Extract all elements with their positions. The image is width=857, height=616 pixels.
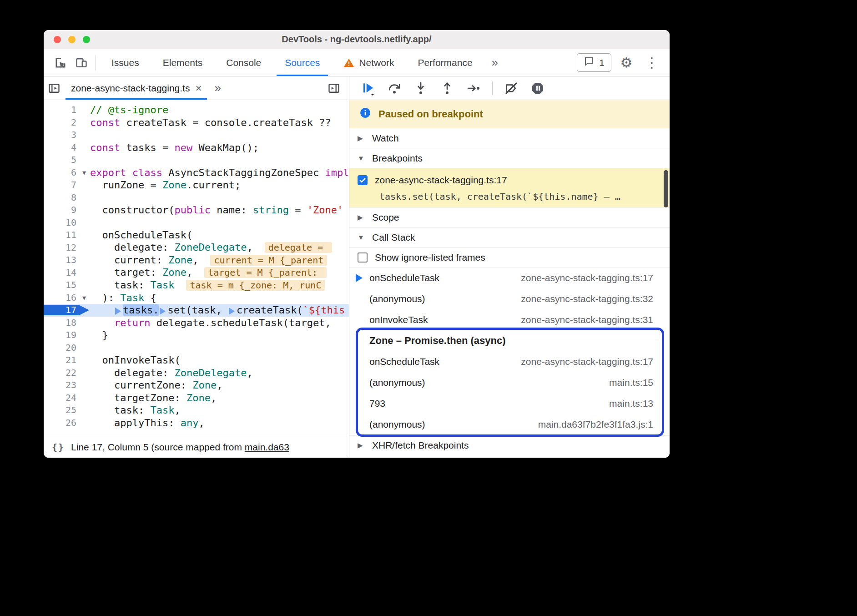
code-text[interactable]: return delegate.scheduleTask(target, — [90, 317, 349, 329]
more-panels-button[interactable]: » — [484, 56, 505, 70]
fold-arrow-icon[interactable]: ▾ — [78, 167, 90, 179]
breakpoint-checkbox[interactable] — [358, 175, 368, 185]
line-number[interactable]: 9 — [44, 204, 78, 217]
code-text[interactable]: const createTask = console.createTask ?? — [90, 116, 349, 129]
line-number[interactable]: 16 — [44, 292, 78, 304]
code-editor[interactable]: 1// @ts-ignore2const createTask = consol… — [44, 100, 349, 436]
pretty-print-icon[interactable]: {} — [52, 442, 65, 453]
console-messages-button[interactable]: 1 — [577, 53, 611, 72]
section-scope[interactable]: ▶ Scope — [349, 207, 670, 227]
line-number[interactable]: 13 — [44, 254, 78, 267]
code-text[interactable]: tasks.set(task, createTask(`${this — [90, 304, 349, 317]
call-stack-frame[interactable]: onScheduleTaskzone-async-stack-tagging.t… — [349, 268, 670, 288]
call-stack-frame[interactable]: (anonymous)main.da63f7b2fe3f1fa3.js:1 — [349, 414, 670, 435]
line-number[interactable]: 20 — [44, 342, 78, 354]
code-text[interactable]: target: Zone,target = M {_parent: — [90, 266, 349, 279]
code-text[interactable]: task: Tasktask = m {_zone: M, runC — [90, 279, 349, 292]
settings-gear-icon[interactable]: ⚙ — [616, 52, 637, 73]
line-number[interactable]: 26 — [44, 417, 78, 429]
code-text[interactable]: currentZone: Zone, — [90, 379, 349, 392]
code-token: Task — [120, 292, 144, 303]
line-number[interactable]: 2 — [44, 116, 78, 129]
line-number[interactable]: 22 — [44, 367, 78, 379]
code-text[interactable]: task: Task, — [90, 404, 349, 417]
resume-button[interactable] — [360, 81, 376, 96]
line-number[interactable]: 4 — [44, 141, 78, 154]
line-number[interactable]: 8 — [44, 192, 78, 204]
code-text[interactable]: constructor(public name: string = 'Zone' — [90, 204, 349, 217]
call-stack-frame[interactable]: onScheduleTaskzone-async-stack-tagging.t… — [349, 351, 670, 372]
tab-sources[interactable]: Sources — [273, 49, 332, 76]
line-number[interactable]: 7 — [44, 179, 78, 192]
line-number[interactable]: 18 — [44, 317, 78, 329]
line-number[interactable]: 23 — [44, 379, 78, 392]
tab-performance[interactable]: Performance — [406, 49, 484, 76]
code-text[interactable]: delegate: ZoneDelegate,delegate = — [90, 241, 349, 254]
file-tab[interactable]: zone-async-stack-tagging.ts × — [65, 76, 208, 100]
tab-network[interactable]: Network — [332, 49, 406, 76]
deactivate-breakpoints-button[interactable] — [504, 81, 519, 96]
line-number[interactable]: 21 — [44, 354, 78, 367]
pause-on-exceptions-button[interactable] — [530, 81, 545, 96]
line-number[interactable]: 14 — [44, 267, 78, 279]
show-navigator-icon[interactable] — [44, 78, 65, 99]
device-toolbar-icon[interactable] — [71, 52, 92, 73]
toggle-debugger-pane-icon[interactable] — [323, 78, 344, 99]
inspect-icon[interactable] — [50, 52, 71, 73]
step-button[interactable] — [466, 81, 481, 96]
inline-breakpoint-icon[interactable] — [229, 308, 235, 315]
breakpoint-entry[interactable]: zone-async-stack-tagging.ts:17 tasks.set… — [349, 168, 670, 207]
inline-breakpoint-icon[interactable] — [115, 308, 121, 315]
kebab-menu-icon[interactable]: ⋮ — [641, 52, 662, 73]
line-number[interactable]: 19 — [44, 329, 78, 342]
tab-console[interactable]: Console — [214, 49, 273, 76]
close-window-button[interactable] — [54, 36, 61, 43]
minimize-window-button[interactable] — [68, 36, 76, 43]
code-text[interactable]: export class AsyncStackTaggingZoneSpec i… — [90, 167, 349, 179]
line-number[interactable]: 1 — [44, 104, 78, 116]
line-number[interactable]: 3 — [44, 129, 78, 141]
section-watch[interactable]: ▶ Watch — [349, 128, 670, 148]
call-stack-frame[interactable]: onInvokeTaskzone-async-stack-tagging.ts:… — [349, 309, 670, 330]
line-number[interactable]: 11 — [44, 229, 78, 242]
call-stack-frame[interactable]: (anonymous)main.ts:15 — [349, 372, 670, 393]
code-text[interactable]: onScheduleTask( — [90, 229, 349, 242]
tab-issues[interactable]: Issues — [100, 49, 151, 76]
ignore-listed-row[interactable]: Show ignore-listed frames — [349, 247, 670, 268]
code-text[interactable]: current: Zone,current = M {_parent — [90, 254, 349, 267]
code-text[interactable]: } — [90, 329, 349, 342]
close-icon[interactable]: × — [195, 82, 202, 95]
line-number[interactable]: 5 — [44, 154, 78, 167]
code-text[interactable]: ): Task { — [90, 292, 349, 304]
code-text[interactable]: // @ts-ignore — [90, 104, 349, 116]
line-number[interactable]: 24 — [44, 392, 78, 404]
code-text[interactable]: delegate: ZoneDelegate, — [90, 367, 349, 379]
section-call-stack[interactable]: ▼ Call Stack — [349, 227, 670, 247]
section-xhr-fetch-breakpoints[interactable]: ▶ XHR/fetch Breakpoints — [349, 435, 670, 455]
code-text[interactable]: onInvokeTask( — [90, 354, 349, 367]
code-text[interactable]: applyThis: any, — [90, 417, 349, 429]
step-out-button[interactable] — [439, 81, 455, 96]
line-number[interactable]: 15 — [44, 279, 78, 292]
code-text[interactable]: const tasks = new WeakMap(); — [90, 141, 349, 154]
fold-arrow-icon[interactable]: ▾ — [78, 292, 90, 304]
line-number[interactable]: 25 — [44, 404, 78, 417]
line-number[interactable]: 6 — [44, 167, 78, 179]
line-number[interactable]: 12 — [44, 242, 78, 254]
step-into-button[interactable] — [413, 81, 428, 96]
code-text[interactable]: runZone = Zone.current; — [90, 179, 349, 192]
call-stack-frame[interactable]: 793main.ts:13 — [349, 393, 670, 414]
inline-breakpoint-icon[interactable] — [160, 308, 166, 315]
section-breakpoints[interactable]: ▼ Breakpoints — [349, 148, 670, 168]
zoom-window-button[interactable] — [83, 36, 90, 43]
step-over-button[interactable] — [387, 81, 402, 96]
code-text[interactable]: targetZone: Zone, — [90, 392, 349, 404]
scrollbar-thumb[interactable] — [664, 170, 668, 207]
more-tabs-button[interactable]: » — [208, 81, 227, 95]
call-stack-frame[interactable]: (anonymous)zone-async-stack-tagging.ts:3… — [349, 288, 670, 309]
tab-elements[interactable]: Elements — [151, 49, 215, 76]
source-map-link[interactable]: main.da63 — [245, 442, 289, 452]
line-number[interactable]: 10 — [44, 217, 78, 229]
code-token: class — [132, 167, 162, 178]
ignore-listed-checkbox[interactable] — [358, 252, 368, 263]
